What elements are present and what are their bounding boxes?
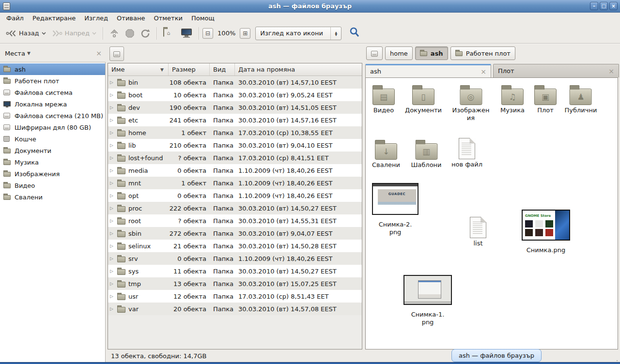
expander-icon[interactable]: ▷: [110, 206, 115, 211]
expander-icon[interactable]: ▷: [110, 80, 115, 85]
expander-icon[interactable]: ▷: [110, 218, 115, 223]
table-row[interactable]: ▷ opt 0 обекта Папка 1.10.2009 (чт) 18,4…: [108, 189, 362, 202]
expander-icon[interactable]: ▷: [110, 193, 115, 198]
expander-icon[interactable]: ▷: [110, 231, 115, 236]
sidebar-item[interactable]: Видео: [0, 180, 105, 191]
search-button[interactable]: [347, 25, 362, 41]
resize-grip-icon[interactable]: [612, 355, 618, 362]
table-row[interactable]: ▷ var 20 обекта Папка 30.03.2010 (вт) 14…: [108, 303, 362, 315]
icon-view-item[interactable]: Снимка-1. png: [403, 275, 452, 326]
table-row[interactable]: ▷ sys 11 обекта Папка 30.03.2010 (вт) 14…: [108, 265, 362, 277]
table-row[interactable]: ▷ etc 241 обекта Папка 30.03.2010 (вт) 1…: [108, 114, 362, 126]
sidebar-item[interactable]: Музика: [0, 156, 105, 168]
column-header-modified[interactable]: Дата на промяна: [235, 63, 362, 76]
menu-item[interactable]: Файл: [2, 14, 28, 23]
forward-button[interactable]: Напред: [49, 28, 99, 39]
expander-icon[interactable]: ▷: [110, 92, 115, 97]
expander-icon[interactable]: ▷: [110, 243, 115, 248]
menu-item[interactable]: Отиване: [112, 14, 149, 23]
table-row[interactable]: ▷ root ? обекта Папка 30.03.2010 (вт) 14…: [108, 214, 362, 227]
home-button[interactable]: ⌂: [160, 27, 178, 40]
sidebar-item[interactable]: Кошче: [0, 133, 105, 145]
view-mode-combobox[interactable]: Изглед като икони ▲▼: [255, 27, 341, 40]
expander-icon[interactable]: ▷: [110, 256, 115, 261]
sidebar-item[interactable]: ash: [0, 63, 105, 75]
back-button[interactable]: Назад: [3, 28, 49, 39]
icon-view-item[interactable]: list: [470, 217, 486, 247]
table-row[interactable]: ▷ lib 210 обекта Папка 30.03.2010 (вт) 9…: [108, 139, 362, 152]
expander-icon[interactable]: ▷: [110, 143, 115, 148]
sidebar-item[interactable]: Работен плот: [0, 75, 105, 87]
icon-view-item[interactable]: нов файл: [451, 138, 482, 168]
table-row[interactable]: ▷ home 1 обект Папка 17.03.2010 (ср) 10,…: [108, 126, 362, 139]
icon-view-item[interactable]: Свалени: [372, 139, 400, 169]
breadcrumb-desktop-button[interactable]: Работен плот: [450, 46, 515, 60]
expander-icon[interactable]: ▷: [110, 130, 115, 135]
icon-view-item[interactable]: GUADEC Снимка-2. png: [372, 183, 418, 236]
sidebar-item[interactable]: Изображения: [0, 168, 105, 180]
sidebar-item[interactable]: Свалени: [0, 191, 105, 203]
icon-view-item[interactable]: Плот: [534, 85, 557, 114]
computer-button[interactable]: [178, 27, 195, 40]
breadcrumb-home-button[interactable]: home: [385, 46, 413, 60]
menu-item[interactable]: Изглед: [80, 14, 112, 23]
expander-icon[interactable]: ▷: [110, 181, 115, 185]
column-header-type[interactable]: Вид: [210, 63, 235, 76]
breadcrumb-root-button[interactable]: [366, 46, 383, 60]
icon-view-item[interactable]: Видео: [372, 85, 395, 114]
root-location-button[interactable]: [109, 46, 124, 61]
expander-icon[interactable]: ▷: [110, 105, 115, 110]
expander-icon[interactable]: ▷: [110, 281, 115, 286]
icon-view-item[interactable]: Документи: [405, 85, 442, 114]
icon-view-item[interactable]: Шаблони: [411, 139, 441, 169]
breadcrumb-current-button[interactable]: ash: [415, 46, 448, 60]
icon-view-item[interactable]: GNOME Store Снимка.png: [522, 210, 570, 254]
icon-view-item[interactable]: Изображен ия: [452, 85, 489, 122]
tab-close-icon[interactable]: ×: [608, 67, 614, 75]
table-row[interactable]: ▷ selinux 21 обекта Папка 30.03.2010 (вт…: [108, 240, 362, 252]
icon-view-item[interactable]: Музика: [500, 85, 525, 114]
table-row[interactable]: ▷ lost+found ? обекта Папка 17.03.2010 (…: [108, 152, 362, 164]
sidebar-item[interactable]: Документи: [0, 145, 105, 156]
menu-item[interactable]: Помощ: [187, 14, 219, 23]
table-row[interactable]: ▷ proc 222 обекта Папка 30.03.2010 (вт) …: [108, 202, 362, 214]
table-row[interactable]: ▷ bin 108 обекта Папка 30.03.2010 (вт) 1…: [108, 76, 362, 89]
column-header-name[interactable]: Име ▼: [108, 63, 169, 76]
expander-icon[interactable]: ▷: [110, 155, 115, 160]
minimize-button[interactable]: –: [590, 2, 598, 10]
sidebar-item[interactable]: Шифриран дял (80 GB): [0, 121, 105, 133]
expander-icon[interactable]: ▷: [110, 306, 115, 311]
icon-view-item[interactable]: Публични: [565, 85, 597, 114]
table-row[interactable]: ▷ sbin 272 обекта Папка 30.03.2010 (вт) …: [108, 227, 362, 240]
stop-button[interactable]: [122, 27, 138, 40]
expander-icon[interactable]: ▷: [110, 168, 115, 173]
tab-plot[interactable]: Плот ×: [493, 64, 619, 77]
expander-icon[interactable]: ▷: [110, 269, 115, 273]
expander-icon[interactable]: ▷: [110, 118, 115, 122]
sidebar-item[interactable]: Файлова система: [0, 87, 105, 98]
reload-button[interactable]: [138, 27, 153, 40]
tab-ash[interactable]: ash ×: [365, 64, 491, 77]
zoom-out-button[interactable]: ⊟: [202, 28, 213, 39]
close-button[interactable]: ×: [609, 2, 618, 10]
sidebar-close-icon[interactable]: ×: [96, 49, 102, 57]
zoom-in-button[interactable]: ⊞: [240, 28, 250, 39]
table-row[interactable]: ▷ usr 12 обекта Папка 17.03.2010 (ср) 8,…: [108, 290, 362, 303]
menu-item[interactable]: Отметки: [149, 14, 186, 23]
table-row[interactable]: ▷ dev 190 обекта Папка 30.03.2010 (вт) 1…: [108, 101, 362, 114]
table-row[interactable]: ▷ tmp 13 обекта Папка 30.03.2010 (вт) 15…: [108, 277, 362, 290]
table-row[interactable]: ▷ media 0 обекта Папка 1.10.2009 (чт) 18…: [108, 164, 362, 177]
table-row[interactable]: ▷ srv 0 обекта Папка 1.10.2009 (чт) 18,4…: [108, 252, 362, 265]
column-header-size[interactable]: Размер: [169, 63, 210, 76]
up-button[interactable]: [107, 27, 122, 40]
expander-icon[interactable]: ▷: [110, 294, 115, 299]
taskbar-window-button[interactable]: ash — файлов браузър: [451, 349, 542, 362]
table-row[interactable]: ▷ mnt 1 обект Папка 1.10.2009 (чт) 18,40…: [108, 177, 362, 189]
sidebar-item[interactable]: Файлова система (210 MB): [0, 110, 105, 121]
combobox-spinner-icon[interactable]: ▲▼: [330, 27, 341, 40]
sidebar-item[interactable]: Локална мрежа: [0, 98, 105, 110]
maximize-button[interactable]: □: [600, 2, 608, 10]
places-dropdown[interactable]: Места ▼: [5, 50, 31, 57]
menu-item[interactable]: Редактиране: [28, 14, 80, 23]
tab-close-icon[interactable]: ×: [480, 68, 486, 76]
